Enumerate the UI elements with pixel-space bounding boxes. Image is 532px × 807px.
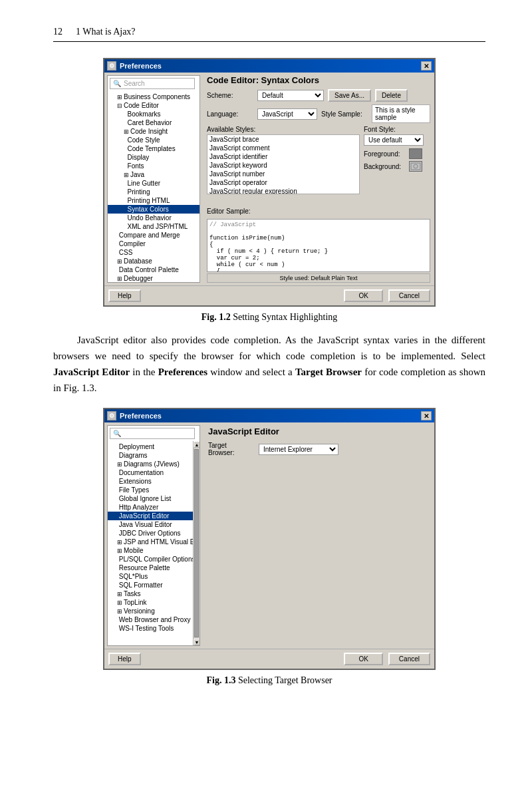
tree-item2-resource-palette[interactable]: Resource Palette (108, 564, 193, 572)
tree-item-printing-html[interactable]: Printing HTML (108, 196, 200, 205)
tree-item2-jdbc[interactable]: JDBC Driver Options (108, 529, 193, 538)
tree-item2-jsp-html[interactable]: ⊞JSP and HTML Visual Editor (108, 538, 193, 546)
foreground-label: Foreground: (364, 150, 407, 158)
style-sample-label: Style Sample: (321, 110, 368, 118)
tree-item-line-gutter[interactable]: Line Gutter (108, 179, 200, 188)
code-while: while ( cur < num ) (209, 261, 285, 268)
tree-item2-js-editor[interactable]: JavaScript Editor (108, 512, 193, 520)
figure-1-label: Fig. 1.2 (201, 312, 231, 322)
tree-item-fonts[interactable]: Fonts (108, 162, 200, 170)
tree-search-1[interactable]: 🔍 Search (110, 78, 195, 89)
tree-item2-web-browser[interactable]: Web Browser and Proxy (108, 615, 193, 624)
available-styles-label: Available Styles: (207, 126, 360, 133)
tree-item2-file-types[interactable]: File Types (108, 486, 193, 494)
tree-item-xml-jsp[interactable]: XML and JSP/HTML (108, 222, 200, 231)
language-select[interactable]: JavaScript (257, 108, 317, 120)
tree-item2-sqlplus[interactable]: SQL*Plus (108, 572, 193, 581)
tree-item2-java-visual[interactable]: Java Visual Editor (108, 520, 193, 529)
scheme-select[interactable]: Default (257, 90, 324, 101)
tree-item-compare-merge[interactable]: Compare and Merge (108, 231, 200, 240)
style-js-number[interactable]: JavaScript number (207, 170, 359, 178)
expander-2-3: ⊞ (117, 548, 124, 554)
tree-item-code-editor[interactable]: ⊟Code Editor (108, 101, 200, 110)
tree-item-database[interactable]: ⊞Database (108, 257, 200, 265)
target-browser-label: Target Browser: (208, 442, 255, 456)
scroll-thumb-2[interactable] (194, 449, 199, 637)
ok-button-1[interactable]: OK (344, 289, 382, 302)
scroll-down-2[interactable]: ▼ (194, 639, 200, 645)
tree-item-code-style[interactable]: Code Style (108, 136, 200, 144)
close-button-1[interactable]: ✕ (421, 61, 432, 71)
footer-spacer-1 (146, 289, 339, 302)
dialog-title-2: Preferences (120, 412, 162, 420)
tree-item2-extensions[interactable]: Extensions (108, 477, 193, 486)
dialog-footer-2: Help OK Cancel (104, 649, 434, 669)
tree-item2-plsql[interactable]: PL/SQL Compiler Options (108, 555, 193, 564)
tree-item-css[interactable]: CSS (108, 248, 200, 257)
editor-sample-area: // JavaScript function isPrime(num) { if… (207, 219, 430, 272)
cancel-button-1[interactable]: Cancel (388, 289, 430, 302)
tree-item2-diagrams-jviews[interactable]: ⊞Diagrams (JViews) (108, 460, 193, 468)
scrollbar-2[interactable]: ▲ ▼ (193, 441, 200, 645)
tree-search-2[interactable]: 🔍 (110, 428, 195, 439)
tree-item-printing[interactable]: Printing (108, 188, 200, 196)
tree-item-business-components[interactable]: ⊞Business Components (108, 92, 200, 101)
tree-item-debugger[interactable]: ⊞Debugger (108, 274, 200, 283)
help-button-1[interactable]: Help (108, 289, 141, 302)
style-js-keyword[interactable]: JavaScript keyword (207, 161, 359, 170)
tree-item2-deployment[interactable]: Deployment (108, 442, 193, 451)
tree-item-java[interactable]: ⊞Java (108, 170, 200, 179)
tree-item2-mobile[interactable]: ⊞Mobile (108, 546, 193, 555)
tree-item2-tasks[interactable]: ⊞Tasks (108, 589, 193, 598)
code-brace-2: { (209, 268, 220, 272)
save-as-button[interactable]: Save As... (328, 89, 371, 102)
style-js-brace[interactable]: JavaScript brace (207, 135, 359, 144)
tree-item-code-insight[interactable]: ⊞Code Insight (108, 127, 200, 136)
styles-list[interactable]: JavaScript brace JavaScript comment Java… (207, 134, 360, 194)
foreground-swatch[interactable] (409, 148, 422, 159)
tree-items-2: Deployment Diagrams ⊞Diagrams (JViews) D… (108, 441, 193, 645)
background-swatch[interactable] (409, 161, 422, 172)
delete-button[interactable]: Delete (375, 89, 408, 102)
expander-2-2: ⊞ (117, 539, 124, 546)
right-panel-1: Code Editor: Syntax Colors Scheme: Defau… (203, 73, 434, 285)
tree-item2-diagrams[interactable]: Diagrams (108, 451, 193, 460)
tree-item-compiler[interactable]: Compiler (108, 240, 200, 248)
tree-scroll-container-2: Deployment Diagrams ⊞Diagrams (JViews) D… (108, 441, 200, 645)
ok-button-2[interactable]: OK (344, 653, 382, 665)
tree-item-syntax-colors[interactable]: Syntax Colors (108, 205, 200, 214)
background-row: Background: (364, 161, 430, 172)
expander-2: ⊟ (117, 102, 124, 109)
preferences-dialog-1[interactable]: ⚙ Preferences ✕ 🔍 Search ⊞Business Compo… (103, 58, 436, 307)
scroll-up-2[interactable]: ▲ (194, 441, 200, 448)
figure-2-container: ⚙ Preferences ✕ 🔍 Deployment Di (53, 408, 485, 686)
tree-item2-versioning[interactable]: ⊞Versioning (108, 607, 193, 615)
tree-item-display[interactable]: Display (108, 153, 200, 162)
preferences-dialog-2[interactable]: ⚙ Preferences ✕ 🔍 Deployment Di (103, 408, 436, 670)
tree-item2-global-ignore[interactable]: Global Ignore List (108, 494, 193, 503)
style-js-operator[interactable]: JavaScript operator (207, 178, 359, 187)
tree-item-caret-behavior[interactable]: Caret Behavior (108, 118, 200, 127)
tree-item-bookmarks[interactable]: Bookmarks (108, 110, 200, 118)
help-button-2[interactable]: Help (108, 653, 141, 665)
tree-item2-wsi[interactable]: WS-I Testing Tools (108, 624, 193, 633)
target-browser-select[interactable]: Internet Explorer (259, 444, 338, 455)
font-style-select[interactable]: Use default (364, 134, 424, 146)
styles-column: Available Styles: JavaScript brace JavaS… (207, 126, 360, 205)
title-left-1: ⚙ Preferences (107, 61, 162, 71)
tree-item2-documentation[interactable]: Documentation (108, 468, 193, 477)
code-comment: // JavaScript (209, 222, 256, 228)
tree-item2-http-analyzer[interactable]: Http Analyzer (108, 503, 193, 512)
tree-item-undo-behavior[interactable]: Undo Behavior (108, 214, 200, 222)
style-js-comment[interactable]: JavaScript comment (207, 144, 359, 152)
cancel-button-2[interactable]: Cancel (388, 653, 430, 665)
close-button-2[interactable]: ✕ (421, 411, 432, 420)
tree-item-code-templates[interactable]: Code Templates (108, 144, 200, 153)
style-js-regex[interactable]: JavaScript regular expression (207, 187, 359, 194)
style-js-identifier[interactable]: JavaScript identifier (207, 152, 359, 161)
tree-item2-sql-formatter[interactable]: SQL Formatter (108, 581, 193, 589)
tree-item2-toplink[interactable]: ⊞TopLink (108, 598, 193, 607)
scheme-row: Scheme: Default Save As... Delete (207, 89, 430, 102)
dialog-body-2: 🔍 Deployment Diagrams ⊞Diagrams (JViews)… (104, 422, 434, 649)
tree-item-data-control[interactable]: Data Control Palette (108, 265, 200, 274)
